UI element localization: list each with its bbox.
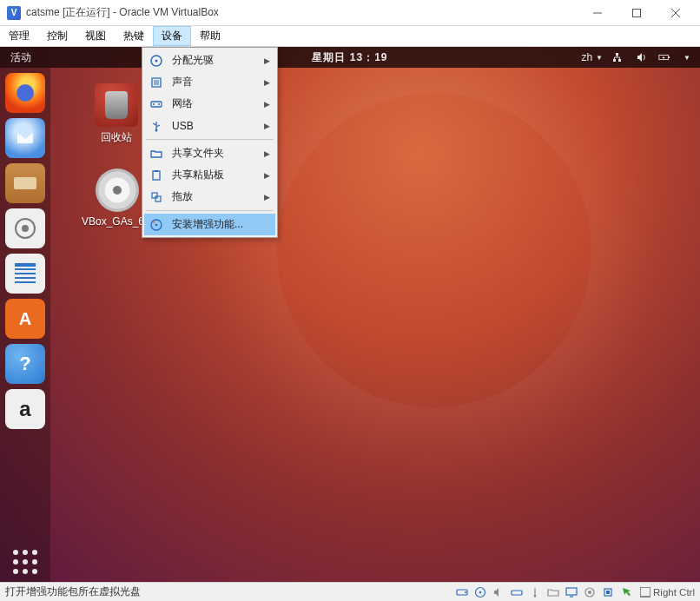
hostkey-indicator[interactable]: Right Ctrl bbox=[640, 587, 695, 598]
menu-item-label: 安装增强功能... bbox=[172, 217, 270, 232]
menu-item-label: 拖放 bbox=[172, 189, 264, 204]
menu-item-optical-drive[interactable]: 分配光驱 ▶ bbox=[144, 50, 275, 71]
sound-icon bbox=[148, 74, 165, 91]
clipboard-icon bbox=[148, 167, 165, 184]
svg-point-11 bbox=[153, 103, 155, 105]
launcher-show-applications[interactable] bbox=[5, 542, 45, 582]
menu-hotkey[interactable]: 热键 bbox=[115, 26, 153, 46]
svg-rect-18 bbox=[155, 170, 158, 172]
indicator-network-icon[interactable] bbox=[510, 585, 524, 599]
menu-item-usb[interactable]: USB ▶ bbox=[144, 115, 275, 136]
svg-rect-10 bbox=[151, 102, 162, 107]
launcher-libreoffice-writer[interactable] bbox=[5, 254, 45, 294]
window-maximize-button[interactable] bbox=[617, 0, 656, 26]
guest-display[interactable]: 活动 星期日 13：19 zh▼ ▼ ? a 回收站 VBox_GAs_6.0.… bbox=[0, 47, 700, 582]
svg-rect-23 bbox=[616, 53, 618, 56]
indicator-usb-icon[interactable] bbox=[528, 585, 542, 599]
indicator-shared-folder-icon[interactable] bbox=[546, 585, 560, 599]
hostkey-label: Right Ctrl bbox=[653, 587, 695, 598]
launcher-thunderbird[interactable] bbox=[5, 118, 45, 158]
disc-install-icon bbox=[148, 216, 165, 234]
submenu-arrow-icon: ▶ bbox=[264, 171, 270, 180]
virtualbox-app-icon: V bbox=[7, 6, 21, 20]
launcher-ubuntu-software[interactable] bbox=[5, 299, 45, 339]
disc-icon bbox=[148, 52, 165, 69]
submenu-arrow-icon: ▶ bbox=[264, 56, 270, 65]
window-title: catsme [正在运行] - Oracle VM VirtualBox bbox=[26, 5, 578, 20]
svg-rect-42 bbox=[606, 591, 610, 594]
indicator-cpu-icon[interactable] bbox=[601, 585, 615, 599]
svg-rect-24 bbox=[613, 59, 616, 62]
menubar: 管理 控制 视图 热键 设备 帮助 分配光驱 ▶ 声音 ▶ 网络 ▶ USB ▶… bbox=[0, 26, 700, 47]
desktop-icon-trash[interactable]: 回收站 bbox=[83, 83, 149, 145]
battery-tray-icon[interactable] bbox=[658, 51, 670, 63]
usb-icon bbox=[148, 117, 165, 135]
menu-item-sound[interactable]: 声音 ▶ bbox=[144, 71, 275, 93]
launcher-rhythmbox[interactable] bbox=[5, 208, 45, 248]
status-message: 打开增强功能包所在虚拟光盘 bbox=[5, 585, 455, 598]
menu-item-label: 共享文件夹 bbox=[172, 146, 264, 161]
menu-devices[interactable]: 设备 bbox=[153, 26, 191, 46]
input-method-indicator[interactable]: zh▼ bbox=[581, 51, 603, 63]
menu-item-drag-drop[interactable]: 拖放 ▶ bbox=[144, 186, 275, 208]
svg-rect-25 bbox=[618, 59, 621, 62]
desktop-icon-label: 回收站 bbox=[83, 130, 149, 145]
menu-item-label: USB bbox=[172, 120, 264, 132]
menu-item-label: 分配光驱 bbox=[172, 53, 264, 68]
svg-rect-34 bbox=[512, 591, 522, 595]
activities-button[interactable]: 活动 bbox=[7, 50, 31, 65]
submenu-arrow-icon: ▶ bbox=[264, 100, 270, 109]
devices-dropdown: 分配光驱 ▶ 声音 ▶ 网络 ▶ USB ▶ 共享文件夹 ▶ 共享粘贴板 ▶ bbox=[142, 47, 278, 238]
trash-icon bbox=[95, 83, 138, 127]
menu-item-network[interactable]: 网络 ▶ bbox=[144, 93, 275, 115]
clock-label[interactable]: 星期日 13：19 bbox=[312, 50, 387, 65]
launcher-amazon[interactable]: a bbox=[5, 389, 45, 429]
launcher-files[interactable] bbox=[5, 163, 45, 203]
window-minimize-button[interactable] bbox=[578, 0, 617, 26]
indicator-optical-icon[interactable] bbox=[473, 585, 487, 599]
chevron-down-icon[interactable]: ▼ bbox=[681, 51, 693, 63]
network-icon bbox=[148, 96, 165, 113]
menu-item-install-guest-additions[interactable]: 安装增强功能... bbox=[144, 214, 275, 235]
launcher-help[interactable]: ? bbox=[5, 344, 45, 384]
svg-rect-1 bbox=[632, 9, 640, 17]
indicator-display-icon[interactable] bbox=[565, 585, 578, 599]
volume-tray-icon[interactable] bbox=[636, 51, 648, 63]
svg-point-28 bbox=[16, 219, 35, 238]
menu-control[interactable]: 控制 bbox=[38, 26, 76, 46]
menu-help[interactable]: 帮助 bbox=[191, 26, 229, 46]
disc-icon bbox=[96, 168, 139, 212]
titlebar: V catsme [正在运行] - Oracle VM VirtualBox bbox=[0, 0, 700, 26]
menu-separator bbox=[146, 210, 274, 211]
system-tray[interactable]: zh▼ ▼ bbox=[581, 51, 693, 63]
indicator-recording-icon[interactable] bbox=[583, 585, 597, 599]
indicator-mouse-integration-icon[interactable] bbox=[619, 585, 633, 599]
drag-icon bbox=[148, 188, 165, 206]
gnome-top-bar: 活动 星期日 13：19 zh▼ ▼ bbox=[0, 47, 700, 68]
launcher-firefox[interactable] bbox=[5, 73, 45, 113]
menu-item-label: 网络 bbox=[172, 96, 264, 111]
menu-item-shared-folders[interactable]: 共享文件夹 ▶ bbox=[144, 142, 275, 164]
svg-point-31 bbox=[465, 591, 466, 593]
window-close-button[interactable] bbox=[656, 0, 695, 26]
svg-rect-19 bbox=[152, 193, 157, 198]
menu-view[interactable]: 视图 bbox=[76, 26, 115, 46]
svg-rect-17 bbox=[153, 171, 160, 180]
svg-point-22 bbox=[155, 223, 158, 226]
indicator-audio-icon[interactable] bbox=[492, 585, 505, 599]
svg-point-5 bbox=[155, 59, 158, 62]
menu-item-shared-clipboard[interactable]: 共享粘贴板 ▶ bbox=[144, 164, 275, 186]
menu-item-label: 共享粘贴板 bbox=[172, 168, 264, 182]
svg-point-40 bbox=[588, 591, 591, 594]
keyboard-icon bbox=[640, 587, 650, 598]
indicator-harddisk-icon[interactable] bbox=[455, 585, 469, 599]
menu-manage[interactable]: 管理 bbox=[0, 26, 38, 46]
folder-icon bbox=[148, 145, 165, 162]
svg-point-33 bbox=[479, 591, 482, 593]
network-tray-icon[interactable] bbox=[613, 51, 625, 63]
status-indicator-icons bbox=[455, 585, 633, 599]
statusbar: 打开增强功能包所在虚拟光盘 Right Ctrl bbox=[0, 582, 700, 601]
menu-item-label: 声音 bbox=[172, 75, 264, 89]
menu-separator bbox=[146, 139, 274, 140]
submenu-arrow-icon: ▶ bbox=[264, 193, 270, 201]
